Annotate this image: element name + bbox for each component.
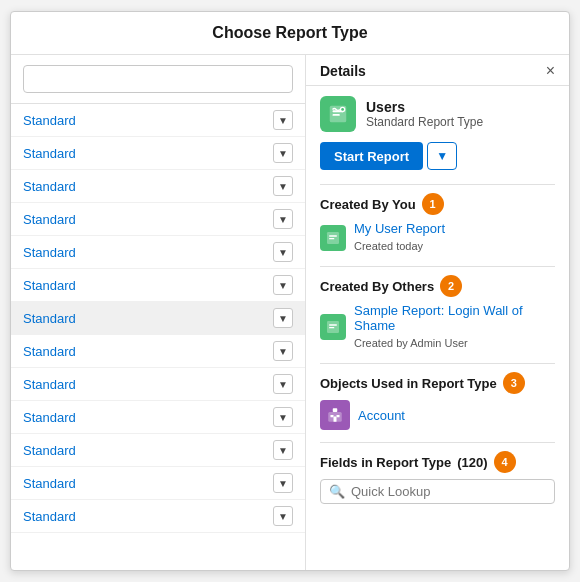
quick-lookup-search-icon: 🔍	[329, 484, 345, 499]
list-item-label: Standard	[23, 245, 76, 260]
list-item[interactable]: Standard▼	[11, 236, 305, 269]
quick-lookup-container: 🔍	[320, 479, 555, 504]
list-item-dropdown-button[interactable]: ▼	[273, 374, 293, 394]
list-item-label: Standard	[23, 344, 76, 359]
list-item-dropdown-button[interactable]: ▼	[273, 242, 293, 262]
list-item[interactable]: Standard▼	[11, 137, 305, 170]
my-user-report-sub: Created today	[354, 240, 423, 252]
fields-label: Fields in Report Type (120) 4	[320, 451, 555, 473]
svg-rect-13	[331, 415, 334, 417]
sample-report-sub: Created by Admin User	[354, 337, 468, 349]
list-item[interactable]: Standard▼	[11, 467, 305, 500]
list-item[interactable]: Standard▼	[11, 302, 305, 335]
my-user-report-entry: My User Report Created today	[320, 221, 555, 254]
svg-rect-12	[333, 408, 338, 412]
list-item[interactable]: Standard▼	[11, 434, 305, 467]
created-by-others-section: Created By Others 2 Sample Repor	[320, 275, 555, 351]
close-button[interactable]: ×	[546, 63, 555, 79]
svg-rect-14	[337, 415, 340, 417]
sample-report-info: Sample Report: Login Wall of Shame Creat…	[354, 303, 555, 351]
fields-count: (120)	[457, 455, 487, 470]
action-row: Start Report ▼	[320, 142, 555, 170]
my-user-report-link[interactable]: My User Report	[354, 221, 445, 236]
report-type-subtype: Standard Report Type	[366, 115, 483, 129]
account-object-icon	[320, 400, 350, 430]
list-item[interactable]: Standard▼	[11, 335, 305, 368]
report-type-header: Users Standard Report Type	[320, 96, 555, 132]
sample-report-link[interactable]: Sample Report: Login Wall of Shame	[354, 303, 555, 333]
svg-rect-2	[333, 114, 340, 116]
list-item[interactable]: Standard▼	[11, 500, 305, 533]
list-item-dropdown-button[interactable]: ▼	[273, 209, 293, 229]
details-body: Users Standard Report Type Start Report …	[306, 86, 569, 570]
modal-container: Choose Report Type Standard▼Standard▼Sta…	[10, 11, 570, 571]
svg-rect-10	[329, 327, 334, 328]
report-list: Standard▼Standard▼Standard▼Standard▼Stan…	[11, 104, 305, 570]
created-by-others-label: Created By Others 2	[320, 275, 555, 297]
list-item-dropdown-button[interactable]: ▼	[273, 308, 293, 328]
list-item-dropdown-button[interactable]: ▼	[273, 506, 293, 526]
divider-4	[320, 442, 555, 443]
list-item-label: Standard	[23, 113, 76, 128]
my-user-report-info: My User Report Created today	[354, 221, 445, 254]
report-type-name: Users	[366, 99, 483, 115]
list-item-label: Standard	[23, 311, 76, 326]
svg-rect-15	[334, 417, 337, 422]
list-item-label: Standard	[23, 179, 76, 194]
objects-badge: 3	[503, 372, 525, 394]
list-item[interactable]: Standard▼	[11, 203, 305, 236]
list-item-label: Standard	[23, 377, 76, 392]
list-item-dropdown-button[interactable]: ▼	[273, 275, 293, 295]
details-panel-title: Details	[320, 63, 366, 79]
list-item-dropdown-button[interactable]: ▼	[273, 176, 293, 196]
created-by-you-label: Created By You 1	[320, 193, 555, 215]
list-item-label: Standard	[23, 476, 76, 491]
svg-rect-7	[329, 238, 334, 239]
list-item-dropdown-button[interactable]: ▼	[273, 143, 293, 163]
list-item[interactable]: Standard▼	[11, 170, 305, 203]
account-object-label: Account	[358, 408, 405, 423]
my-user-report-icon	[320, 225, 346, 251]
sample-report-icon	[320, 314, 346, 340]
list-item-dropdown-button[interactable]: ▼	[273, 440, 293, 460]
fields-section: Fields in Report Type (120) 4 🔍	[320, 451, 555, 504]
svg-rect-6	[329, 235, 337, 236]
account-object-entry: Account	[320, 400, 555, 430]
divider-1	[320, 184, 555, 185]
sample-report-entry: Sample Report: Login Wall of Shame Creat…	[320, 303, 555, 351]
created-by-others-badge: 2	[440, 275, 462, 297]
fields-badge: 4	[494, 451, 516, 473]
report-type-icon	[320, 96, 356, 132]
list-item-label: Standard	[23, 146, 76, 161]
search-area	[11, 55, 305, 104]
list-item[interactable]: Standard▼	[11, 269, 305, 302]
list-item[interactable]: Standard▼	[11, 368, 305, 401]
report-search-input[interactable]	[23, 65, 293, 93]
created-by-you-section: Created By You 1 My User Report	[320, 193, 555, 254]
list-item-label: Standard	[23, 443, 76, 458]
list-item-dropdown-button[interactable]: ▼	[273, 473, 293, 493]
list-item[interactable]: Standard▼	[11, 104, 305, 137]
svg-rect-9	[329, 324, 337, 325]
list-item-dropdown-button[interactable]: ▼	[273, 110, 293, 130]
left-panel: Standard▼Standard▼Standard▼Standard▼Stan…	[11, 55, 306, 570]
modal-header: Choose Report Type	[11, 12, 569, 55]
objects-section: Objects Used in Report Type 3	[320, 372, 555, 430]
report-type-info: Users Standard Report Type	[366, 99, 483, 129]
right-panel: Details ×	[306, 55, 569, 570]
list-item-dropdown-button[interactable]: ▼	[273, 407, 293, 427]
list-item-dropdown-button[interactable]: ▼	[273, 341, 293, 361]
list-item-label: Standard	[23, 509, 76, 524]
list-item-label: Standard	[23, 278, 76, 293]
list-item[interactable]: Standard▼	[11, 401, 305, 434]
objects-label: Objects Used in Report Type 3	[320, 372, 555, 394]
svg-point-4	[341, 108, 344, 111]
modal-title: Choose Report Type	[212, 24, 367, 41]
list-item-label: Standard	[23, 410, 76, 425]
divider-2	[320, 266, 555, 267]
created-by-you-badge: 1	[422, 193, 444, 215]
start-report-dropdown-button[interactable]: ▼	[427, 142, 457, 170]
quick-lookup-input[interactable]	[351, 484, 546, 499]
start-report-button[interactable]: Start Report	[320, 142, 423, 170]
divider-3	[320, 363, 555, 364]
